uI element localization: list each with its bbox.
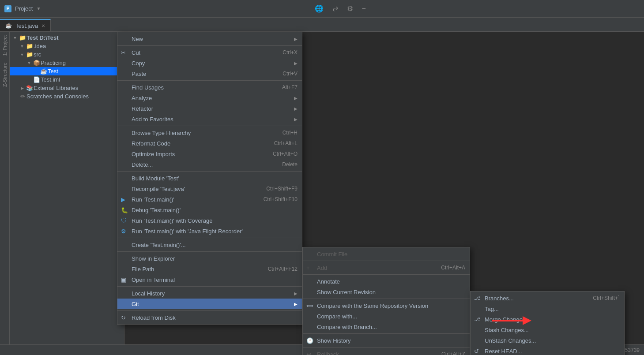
globe-icon[interactable]: 🌐 — [315, 4, 324, 13]
tab-close-button[interactable]: ✕ — [41, 23, 45, 28]
tree-item-idea[interactable]: ▼ 📁 .idea — [10, 42, 124, 50]
git-menu-add[interactable]: + Add Ctrl+Alt+A — [303, 262, 470, 273]
git-menu-showhistory[interactable]: 🕐 Show History — [303, 335, 470, 346]
structure-label[interactable]: Z-Structure — [2, 59, 8, 90]
git-menu-showcurrentrevision[interactable]: Show Current Revision — [303, 287, 470, 297]
menu-item-reload[interactable]: ↻ Reload from Disk — [117, 312, 302, 323]
shortcut-reformat: Ctrl+Alt+L — [274, 140, 298, 146]
menu-divider-6 — [117, 251, 302, 252]
reset-icon: ↺ — [474, 348, 479, 355]
git-menu-annotate[interactable]: Annotate — [303, 276, 470, 287]
menu-item-localhistory[interactable]: Local History ▶ — [117, 288, 302, 299]
lib-icon: 📚 — [26, 85, 34, 91]
tree-label-iml: Test.iml — [41, 76, 60, 83]
tab-java-icon: ☕ — [5, 22, 12, 29]
tab-test-java[interactable]: ☕ Test.java ✕ — [0, 19, 51, 31]
shortcut-recompile: Ctrl+Shift+F9 — [266, 186, 298, 192]
title-project-label[interactable]: Project — [15, 5, 33, 12]
menu-item-flightrecorder[interactable]: ⚙ Run 'Test.main()' with 'Java Flight Re… — [117, 226, 302, 236]
menu-label-showexplorer: Show in Explorer — [132, 255, 175, 262]
menu-item-filepath[interactable]: File Path Ctrl+Alt+F12 — [117, 264, 302, 274]
far-left-strip: 1: Project Z-Structure — [0, 32, 10, 355]
tree-label-src: src — [34, 51, 41, 58]
menu-item-reformat[interactable]: Reformat Code Ctrl+Alt+L — [117, 138, 302, 149]
menu-divider-4 — [117, 171, 302, 172]
git-menu-comparebranch[interactable]: Compare with Branch... — [303, 321, 470, 332]
merge-icon: ⎇ — [474, 316, 480, 322]
tree-label-practicing: Practicing — [41, 60, 66, 66]
tree-label-test-class: Test — [48, 68, 58, 75]
menu-label-addfavorites: Add to Favorites — [132, 116, 173, 123]
shortcut-delete: Delete — [282, 161, 298, 168]
menu-item-refactor[interactable]: Refactor ▶ — [117, 103, 302, 114]
menu-item-create[interactable]: Create 'Test.main()'... — [117, 239, 302, 250]
menu-item-recompile[interactable]: Recompile 'Test.java' Ctrl+Shift+F9 — [117, 183, 302, 194]
settings-icon[interactable]: ⚙ — [347, 4, 353, 13]
menu-item-analyze[interactable]: Analyze ▶ — [117, 93, 302, 103]
title-dropdown-arrow[interactable]: ▼ — [36, 6, 41, 11]
git-label-showcurrentrevision: Show Current Revision — [317, 289, 376, 295]
shortcut-findusages: Alt+F7 — [282, 84, 298, 90]
context-menu[interactable]: New ▶ ✂ Cut Ctrl+X Copy ▶ Paste Ctrl+V F… — [117, 32, 302, 325]
menu-item-cut[interactable]: ✂ Cut Ctrl+X — [117, 47, 302, 58]
git-rollback-icon: ↩ — [306, 351, 311, 355]
tree-item-practicing[interactable]: ▼ 📦 Practicing — [10, 59, 124, 67]
project-panel-label[interactable]: 1: Project — [2, 32, 8, 59]
menu-label-cut: Cut — [132, 49, 140, 56]
repo-menu-unstash[interactable]: UnStash Changes... — [471, 335, 624, 346]
git-menu-comparewith[interactable]: Compare with... — [303, 311, 470, 321]
tree-item-ext-libs[interactable]: ▶ 📚 External Libraries — [10, 84, 124, 92]
tree-item-test-class[interactable]: ☕ Test — [10, 67, 124, 75]
git-label-comparewith: Compare with... — [317, 313, 357, 320]
tree-label-test: Test D:\Test — [26, 34, 58, 41]
menu-item-browsetype[interactable]: Browse Type Hierarchy Ctrl+H — [117, 127, 302, 138]
tree-item-test-root[interactable]: ▼ 📁 Test D:\Test — [10, 34, 124, 42]
menu-label-openterminal: Open in Terminal — [132, 277, 175, 283]
shortcut-paste: Ctrl+V — [282, 71, 298, 77]
debug-icon: 🐛 — [121, 207, 128, 213]
menu-item-buildmodule[interactable]: Build Module 'Test' — [117, 173, 302, 183]
menu-label-paste: Paste — [132, 71, 146, 77]
git-divider-3 — [303, 299, 470, 299]
submenu-arrow-copy: ▶ — [294, 61, 298, 66]
java-icon-test: ☕ — [40, 68, 48, 75]
menu-item-findusages[interactable]: Find Usages Alt+F7 — [117, 82, 302, 93]
tree-item-scratches[interactable]: ✏ Scratches and Consoles — [10, 92, 124, 101]
menu-item-openterminal[interactable]: ▣ Open in Terminal — [117, 274, 302, 285]
menu-item-addfavorites[interactable]: Add to Favorites ▶ — [117, 114, 302, 124]
git-menu-comparerepo[interactable]: ⟺ Compare with the Same Repository Versi… — [303, 300, 470, 311]
repo-menu-branches[interactable]: ⎇ Branches... Ctrl+Shift+` — [471, 293, 624, 303]
git-menu-rollback[interactable]: ↩ Rollback... Ctrl+Alt+Z — [303, 349, 470, 355]
menu-item-run[interactable]: ▶ Run 'Test.main()' Ctrl+Shift+F10 — [117, 194, 302, 205]
tree-item-src[interactable]: ▼ 📁 src — [10, 50, 124, 59]
menu-label-run: Run 'Test.main()' — [132, 196, 174, 203]
menu-item-optimize[interactable]: Optimize Imports Ctrl+Alt+O — [117, 149, 302, 159]
menu-item-coverage[interactable]: 🛡 Run 'Test.main()' with Coverage — [117, 215, 302, 226]
tree-arrow-practicing: ▼ — [26, 61, 33, 65]
menu-item-showexplorer[interactable]: Show in Explorer — [117, 253, 302, 264]
menu-item-debug[interactable]: 🐛 Debug 'Test.main()' — [117, 205, 302, 215]
menu-item-paste[interactable]: Paste Ctrl+V — [117, 68, 302, 79]
git-menu-commitfile[interactable]: Commit File — [303, 249, 470, 259]
sync-icon[interactable]: ⇄ — [332, 4, 338, 13]
sidebar: ▼ 📁 Test D:\Test ▼ 📁 .idea ▼ 📁 src ▼ 📦 P… — [10, 32, 124, 355]
menu-item-delete[interactable]: Delete... Delete — [117, 159, 302, 170]
menu-item-new[interactable]: New ▶ — [117, 34, 302, 44]
menu-divider-1 — [117, 45, 302, 46]
minimize-icon[interactable]: − — [362, 5, 366, 13]
menu-item-git[interactable]: Git ▶ — [117, 299, 302, 309]
menu-item-copy[interactable]: Copy ▶ — [117, 58, 302, 68]
git-submenu[interactable]: Commit File + Add Ctrl+Alt+A Annotate Sh… — [302, 247, 470, 355]
title-bar: P Project ▼ 🌐 ⇄ ⚙ − — [0, 0, 644, 18]
git-label-comparebranch: Compare with Branch... — [317, 324, 377, 330]
menu-divider-7 — [117, 286, 302, 287]
terminal-icon: ▣ — [121, 277, 126, 283]
git-history-icon: 🕐 — [306, 337, 313, 344]
git-divider-1 — [303, 261, 470, 261]
menu-divider-8 — [117, 310, 302, 311]
tree-arrow-test: ▼ — [11, 36, 19, 40]
tree-item-test-iml[interactable]: 📄 Test.iml — [10, 75, 124, 84]
repo-label-tag: Tag... — [485, 306, 499, 312]
repo-menu-resethead[interactable]: ↺ Reset HEAD... — [471, 346, 624, 355]
folder-icon-idea: 📁 — [26, 43, 34, 49]
